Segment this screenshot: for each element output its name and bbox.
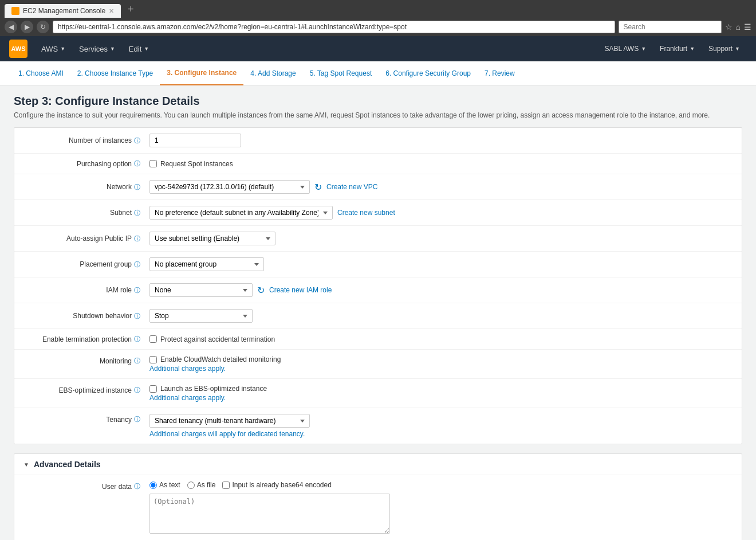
form-row-placement: Placement group ⓘ No placement group: [14, 252, 742, 277]
advanced-triangle-icon: ▼: [23, 461, 29, 468]
wizard-step-4[interactable]: 4. Add Storage: [243, 61, 302, 85]
tenancy-label: Tenancy ⓘ: [23, 414, 149, 424]
auto-ip-info-icon[interactable]: ⓘ: [134, 234, 140, 243]
ebs-checkbox-label[interactable]: Launch as EBS-optimized instance: [149, 385, 733, 393]
form-row-monitoring: Monitoring ⓘ Enable CloudWatch detailed …: [14, 350, 742, 379]
advanced-details-body: User data ⓘ As text As file: [14, 475, 742, 540]
create-vpc-link[interactable]: Create new VPC: [326, 183, 377, 191]
shutdown-info-icon[interactable]: ⓘ: [134, 312, 140, 320]
advanced-details-header[interactable]: ▼ Advanced Details: [14, 454, 742, 475]
termination-checkbox-label[interactable]: Protect against accidental termination: [149, 335, 733, 343]
base64-checkbox-label[interactable]: Input is already base64 encoded: [222, 481, 331, 489]
base64-checkbox[interactable]: [222, 482, 230, 489]
ebs-charges-link[interactable]: Additional charges apply.: [149, 394, 733, 402]
page-description: Configure the instance to suit your requ…: [14, 111, 742, 119]
new-tab-button[interactable]: +: [123, 3, 139, 18]
network-info-icon[interactable]: ⓘ: [134, 183, 140, 191]
termination-checkbox[interactable]: [149, 335, 157, 343]
nav-forward-button[interactable]: ▶: [21, 21, 33, 33]
create-subnet-link[interactable]: Create new subnet: [337, 209, 395, 217]
address-bar-input[interactable]: [53, 21, 615, 33]
ebs-info-icon[interactable]: ⓘ: [134, 386, 140, 394]
aws-chevron-icon: ▼: [60, 46, 65, 52]
page-title: Step 3: Configure Instance Details: [14, 95, 742, 108]
iam-control: None ↻ Create new IAM role: [149, 283, 733, 297]
advanced-details-section: ▼ Advanced Details User data ⓘ As text: [14, 453, 742, 540]
tenancy-info-icon[interactable]: ⓘ: [134, 415, 140, 424]
wizard-step-5[interactable]: 5. Tag Spot Request: [303, 61, 379, 85]
create-iam-link[interactable]: Create new IAM role: [269, 286, 332, 294]
radio-as-text[interactable]: [149, 482, 157, 489]
search-bar-input[interactable]: [619, 21, 722, 33]
placement-info-icon[interactable]: ⓘ: [134, 260, 140, 269]
ebs-checkbox[interactable]: [149, 385, 157, 393]
nav-item-edit[interactable]: Edit ▼: [122, 36, 156, 61]
home-icon[interactable]: ⌂: [736, 22, 741, 32]
wizard-step-3[interactable]: 3. Configure Instance: [160, 61, 243, 85]
userdata-textarea[interactable]: [149, 494, 390, 534]
nav-refresh-button[interactable]: ↻: [37, 21, 49, 33]
iam-info-icon[interactable]: ⓘ: [134, 286, 140, 295]
radio-as-file-label[interactable]: As file: [187, 481, 216, 489]
purchasing-checkbox-label[interactable]: Request Spot instances: [149, 160, 733, 168]
auto-ip-select[interactable]: Use subnet setting (Enable): [149, 232, 275, 245]
frankfurt-chevron-icon: ▼: [690, 46, 695, 52]
shutdown-select[interactable]: Stop Terminate: [149, 309, 253, 323]
iam-label: IAM role ⓘ: [23, 286, 149, 295]
nav-item-frankfurt[interactable]: Frankfurt ▼: [653, 36, 702, 61]
userdata-info-icon[interactable]: ⓘ: [134, 482, 140, 491]
star-icon[interactable]: ☆: [725, 22, 733, 32]
aws-logo-text: AWS: [11, 45, 25, 52]
form-row-shutdown: Shutdown behavior ⓘ Stop Terminate: [14, 303, 742, 329]
browser-address-bar: ◀ ▶ ↻ ☆ ⌂ ☰: [0, 18, 756, 36]
purchasing-checkbox[interactable]: [149, 160, 157, 167]
monitoring-checkbox[interactable]: [149, 356, 157, 363]
termination-info-icon[interactable]: ⓘ: [134, 335, 140, 343]
tenancy-charges-link[interactable]: Additional charges will apply for dedica…: [149, 430, 733, 438]
form-row-userdata: User data ⓘ As text As file: [14, 475, 742, 540]
nav-item-services[interactable]: Services ▼: [72, 36, 122, 61]
radio-as-text-label[interactable]: As text: [149, 481, 180, 489]
tenancy-select[interactable]: Shared tenancy (multi-tenant hardware) D…: [149, 414, 310, 428]
tab-close-icon[interactable]: ✕: [109, 7, 114, 15]
purchasing-info-icon[interactable]: ⓘ: [134, 159, 140, 168]
userdata-options: As text As file Input is already base64 …: [149, 481, 733, 489]
instances-input[interactable]: [149, 134, 241, 147]
monitoring-charges-link[interactable]: Additional charges apply.: [149, 365, 733, 373]
network-select[interactable]: vpc-542e973d (172.31.0.0/16) (default): [149, 180, 310, 194]
iam-refresh-button[interactable]: ↻: [257, 285, 265, 296]
monitoring-checkbox-label[interactable]: Enable CloudWatch detailed monitoring: [149, 355, 733, 363]
wizard-step-2[interactable]: 2. Choose Instance Type: [70, 61, 160, 85]
monitoring-info-icon[interactable]: ⓘ: [134, 357, 140, 365]
edit-chevron-icon: ▼: [144, 46, 149, 52]
monitoring-label: Monitoring ⓘ: [23, 355, 149, 365]
instances-info-icon[interactable]: ⓘ: [134, 136, 140, 145]
wizard-step-1[interactable]: 1. Choose AMI: [11, 61, 70, 85]
form-row-instances: Number of instances ⓘ: [14, 128, 742, 154]
main-content: Step 3: Configure Instance Details Confi…: [0, 85, 756, 540]
form-row-auto-ip: Auto-assign Public IP ⓘ Use subnet setti…: [14, 226, 742, 252]
instances-control: [149, 134, 733, 147]
menu-icon[interactable]: ☰: [744, 22, 751, 32]
placement-select[interactable]: No placement group: [149, 257, 264, 271]
subnet-select[interactable]: No preference (default subnet in any Ava…: [149, 206, 333, 220]
radio-as-file[interactable]: [187, 482, 195, 489]
wizard-step-7[interactable]: 7. Review: [478, 61, 522, 85]
support-label: Support: [708, 45, 733, 53]
nav-back-button[interactable]: ◀: [5, 21, 17, 33]
instances-label: Number of instances ⓘ: [23, 136, 149, 145]
browser-tab[interactable]: EC2 Management Console ✕: [5, 4, 121, 18]
network-control: vpc-542e973d (172.31.0.0/16) (default) ↻…: [149, 180, 733, 194]
nav-item-aws[interactable]: AWS ▼: [34, 36, 72, 61]
network-refresh-button[interactable]: ↻: [314, 182, 322, 193]
nav-item-support[interactable]: Support ▼: [702, 36, 747, 61]
userdata-label: User data ⓘ: [23, 481, 149, 491]
form-row-iam: IAM role ⓘ None ↻ Create new IAM role: [14, 277, 742, 303]
subnet-info-icon[interactable]: ⓘ: [134, 209, 140, 217]
iam-select[interactable]: None: [149, 283, 253, 297]
subnet-label: Subnet ⓘ: [23, 209, 149, 217]
nav-item-sabl[interactable]: SABL AWS ▼: [597, 36, 653, 61]
form-section: Number of instances ⓘ Purchasing option …: [14, 127, 742, 444]
ebs-label: EBS-optimized instance ⓘ: [23, 385, 149, 394]
wizard-step-6[interactable]: 6. Configure Security Group: [379, 61, 478, 85]
